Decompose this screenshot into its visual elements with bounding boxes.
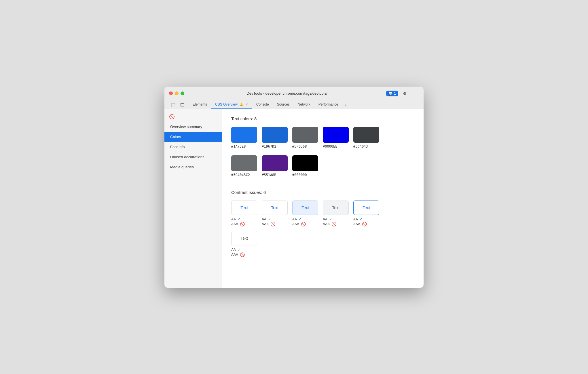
aaa-label-1: AAA <box>231 222 238 226</box>
color-item-1a73e8[interactable]: #1A73E8 <box>231 127 257 148</box>
color-label-3c4043c2: #3C4043C2 <box>231 173 250 177</box>
contrast-text-2: Text <box>271 205 278 210</box>
minimize-window-button[interactable] <box>175 91 179 95</box>
aa-check-icon-6: ✓ <box>238 248 240 252</box>
contrast-item-1[interactable]: Text AA ✓ AAA 🚫 <box>231 201 257 226</box>
contrast-item-2[interactable]: Text AA ✓ AAA 🚫 <box>262 201 288 226</box>
chat-icon: 💬 <box>388 91 393 96</box>
contrast-text-4: Text <box>332 205 339 210</box>
color-label-0000ee: #0000EE <box>323 144 337 148</box>
aaa-no-icon-6: 🚫 <box>240 252 245 257</box>
aaa-no-icon-5: 🚫 <box>362 222 367 226</box>
tab-performance[interactable]: Performance <box>314 100 342 109</box>
contrast-item-6[interactable]: Text AA ✓ AAA 🚫 <box>231 231 257 257</box>
contrast-item-3[interactable]: Text AA ✓ AAA 🚫 <box>292 201 318 226</box>
contrast-box-3: Text <box>292 201 318 215</box>
aaa-no-icon-1: 🚫 <box>240 222 245 226</box>
tab-sources[interactable]: Sources <box>273 100 294 109</box>
tab-elements[interactable]: Elements <box>189 100 211 109</box>
color-label-1967d2: #1967D2 <box>262 144 276 148</box>
tabs-more-icon: » <box>345 103 347 107</box>
mobile-tool-icon[interactable]: ⧠ <box>178 101 186 109</box>
tab-network[interactable]: Network <box>294 100 314 109</box>
sidebar-block-icon: 🚫 <box>164 112 222 122</box>
contrast-row-aa-3: AA ✓ <box>292 217 318 221</box>
contrast-row-aaa-5: AAA 🚫 <box>353 222 379 226</box>
contrast-box-5: Text <box>353 201 379 215</box>
maximize-window-button[interactable] <box>181 91 184 95</box>
sidebar-item-media-queries-label: Media queries <box>170 165 194 169</box>
color-label-3c4043: #3C4043 <box>353 144 368 148</box>
aa-check-icon-2: ✓ <box>268 217 271 221</box>
color-swatch-1a73e8 <box>231 127 257 143</box>
window-title: DevTools - developer.chrome.com/tags/dev… <box>188 91 386 96</box>
sidebar-item-unused-declarations[interactable]: Unused declarations <box>164 152 222 162</box>
sidebar-item-overview-summary-label: Overview summary <box>170 125 202 129</box>
aa-check-icon-3: ✓ <box>299 217 301 221</box>
more-icon: ⋮ <box>413 91 417 96</box>
gear-icon: ⚙ <box>403 91 407 96</box>
tab-console-label: Console <box>256 102 269 106</box>
color-item-3c4043[interactable]: #3C4043 <box>353 127 379 148</box>
aaa-no-icon-3: 🚫 <box>301 222 306 226</box>
cursor-tool-icon[interactable]: ⬚ <box>169 101 177 109</box>
aa-label-1: AA <box>231 217 236 221</box>
color-swatch-3c4043 <box>353 127 379 143</box>
aa-label-5: AA <box>353 217 358 221</box>
sidebar-item-overview-summary[interactable]: Overview summary <box>164 122 222 132</box>
contrast-row-aa-2: AA ✓ <box>262 217 288 221</box>
sidebar: 🚫 Overview summary Colors Font info Unus… <box>164 109 222 288</box>
color-swatch-551a8b <box>262 155 288 171</box>
contrast-row-aaa-4: AAA 🚫 <box>323 222 349 226</box>
tab-css-overview[interactable]: CSS Overview 🔔 ✕ <box>211 100 252 109</box>
tab-css-overview-label: CSS Overview <box>215 102 238 106</box>
sidebar-item-font-info-label: Font info <box>170 145 185 149</box>
contrast-ratings-3: AA ✓ AAA 🚫 <box>292 217 318 226</box>
sidebar-item-colors-label: Colors <box>170 135 181 139</box>
aa-label-2: AA <box>262 217 266 221</box>
color-grid: #1A73E8 #1967D2 #5F6368 #0000EE #3C4043 <box>231 127 414 148</box>
aa-check-icon-4: ✓ <box>329 217 332 221</box>
contrast-item-4[interactable]: Text AA ✓ AAA 🚫 <box>323 201 349 226</box>
contrast-text-6: Text <box>240 236 248 241</box>
color-item-3c4043c2[interactable]: #3C4043C2 <box>231 155 257 177</box>
tabs-more-button[interactable]: » <box>342 101 349 109</box>
aa-label-3: AA <box>292 217 297 221</box>
contrast-text-3: Text <box>301 205 309 210</box>
contrast-box-1: Text <box>231 201 257 215</box>
contrast-row-aaa-2: AAA 🚫 <box>262 222 288 226</box>
contrast-ratings-4: AA ✓ AAA 🚫 <box>323 217 349 226</box>
color-swatch-000000 <box>292 155 318 171</box>
bell-icon: 🔔 <box>239 103 243 106</box>
contrast-item-5[interactable]: Text AA ✓ AAA 🚫 <box>353 201 379 226</box>
contrast-box-4: Text <box>323 201 349 215</box>
close-window-button[interactable] <box>169 91 173 95</box>
titlebar: DevTools - developer.chrome.com/tags/dev… <box>164 87 424 109</box>
text-colors-title: Text colors: 8 <box>231 116 414 121</box>
color-item-551a8b[interactable]: #551A8B <box>262 155 288 177</box>
tab-css-overview-close[interactable]: ✕ <box>246 103 248 106</box>
chat-count: 1 <box>394 91 396 96</box>
tab-network-label: Network <box>298 102 310 106</box>
color-item-000000[interactable]: #000000 <box>292 155 318 177</box>
chat-badge[interactable]: 💬 1 <box>386 91 398 96</box>
color-label-5f6368: #5F6368 <box>292 144 307 148</box>
sidebar-item-font-info[interactable]: Font info <box>164 142 222 152</box>
contrast-box-6: Text <box>231 231 257 245</box>
settings-button[interactable]: ⚙ <box>401 89 409 98</box>
sidebar-item-media-queries[interactable]: Media queries <box>164 162 222 172</box>
more-button[interactable]: ⋮ <box>411 89 419 98</box>
contrast-row-aaa-1: AAA 🚫 <box>231 222 257 226</box>
color-label-000000: #000000 <box>292 173 307 177</box>
sidebar-item-unused-declarations-label: Unused declarations <box>170 155 204 159</box>
tab-console[interactable]: Console <box>252 100 273 109</box>
color-item-0000ee[interactable]: #0000EE <box>323 127 349 148</box>
color-item-1967d2[interactable]: #1967D2 <box>262 127 288 148</box>
contrast-row-aa-4: AA ✓ <box>323 217 349 221</box>
color-item-5f6368[interactable]: #5F6368 <box>292 127 318 148</box>
aaa-label-4: AAA <box>323 222 330 226</box>
contrast-row-aaa-6: AAA 🚫 <box>231 252 257 257</box>
contrast-box-2: Text <box>262 201 288 215</box>
contrast-row-aa-5: AA ✓ <box>353 217 379 221</box>
sidebar-item-colors[interactable]: Colors <box>164 132 222 142</box>
